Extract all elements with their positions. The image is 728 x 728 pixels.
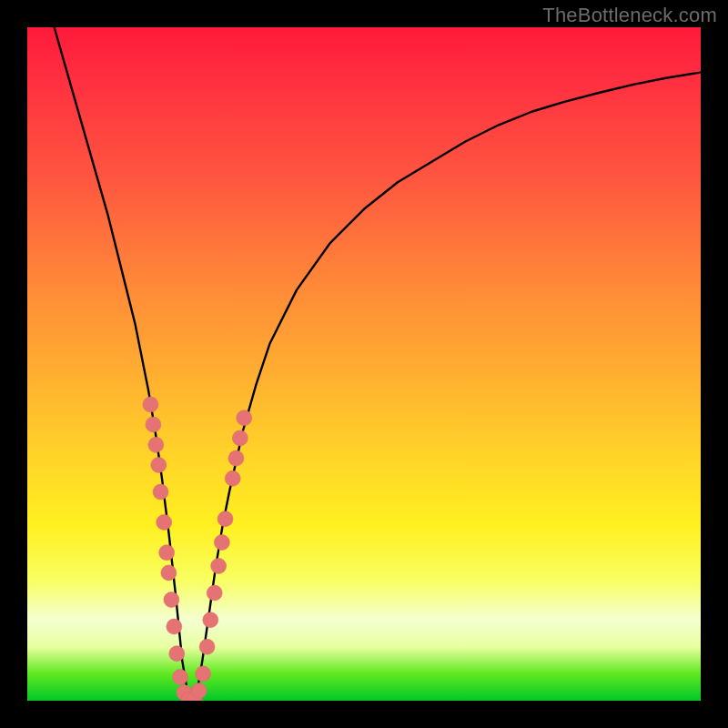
curve-marker: [169, 646, 185, 662]
curve-marker: [159, 545, 175, 561]
curve-marker: [172, 670, 187, 685]
curve-marker: [153, 484, 168, 500]
curve-marker: [225, 470, 240, 486]
bottleneck-curve: [27, 27, 701, 701]
curve-marker: [167, 619, 182, 634]
watermark-text: TheBottleneck.com: [542, 4, 717, 27]
curve-marker: [164, 592, 179, 608]
curve-marker: [207, 585, 222, 601]
curve-marker: [228, 450, 244, 466]
chart-frame: TheBottleneck.com: [0, 0, 728, 728]
curve-marker: [146, 417, 161, 432]
curve-marker: [203, 612, 218, 628]
curve-marker: [191, 682, 207, 698]
curve-marker: [237, 410, 252, 426]
curve-marker: [217, 511, 233, 527]
curve-marker: [211, 559, 227, 574]
curve-marker: [232, 430, 248, 446]
plot-area: [27, 27, 701, 701]
curve-marker: [161, 565, 177, 581]
curve-marker: [214, 535, 229, 551]
curve-marker: [157, 514, 172, 530]
curve-marker: [199, 639, 215, 654]
curve-marker: [151, 458, 167, 473]
curve-marker: [196, 666, 211, 682]
curve-marker: [148, 437, 164, 452]
curve-marker: [143, 397, 158, 412]
